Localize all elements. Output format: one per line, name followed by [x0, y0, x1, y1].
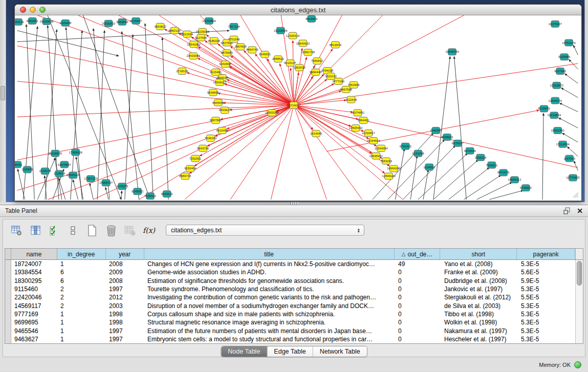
network-edge[interactable] [17, 31, 119, 56]
network-node[interactable]: 2588520 [272, 56, 285, 62]
cell-name[interactable]: 19384554 [11, 269, 57, 276]
close-panel-icon[interactable]: ✕ [577, 207, 583, 214]
network-node[interactable]: 7751546 [228, 36, 240, 42]
network-edge[interactable] [569, 59, 578, 69]
table-row[interactable]: 1830029562008Estimation of significance … [5, 277, 583, 285]
cell-out_degree[interactable]: 0 [395, 294, 441, 301]
cell-title[interactable]: Structural magnetic resonance image aver… [144, 319, 395, 326]
citation-edge[interactable] [37, 15, 294, 105]
cell-out_degree[interactable]: 0 [395, 319, 441, 326]
cell-out_degree[interactable]: 49 [395, 260, 441, 268]
cell-in_degree[interactable]: 6 [57, 277, 106, 285]
network-node[interactable]: 8415407 [130, 17, 142, 24]
network-edge[interactable] [574, 161, 578, 171]
network-edge[interactable] [476, 182, 512, 200]
network-edge[interactable] [561, 88, 578, 98]
cell-short[interactable]: de Silva et al. (2003) [441, 302, 518, 310]
network-node[interactable]: 2718126 [176, 68, 188, 75]
network-node[interactable]: 15692391 [551, 127, 565, 134]
cell-short[interactable]: Franke et al. (2009) [441, 269, 518, 276]
table-row[interactable]: 2242004622012Investigating the contribut… [5, 293, 583, 301]
network-node[interactable]: 8938923 [441, 134, 453, 141]
network-node[interactable]: 9329966 [558, 54, 571, 60]
network-edge[interactable] [565, 74, 578, 83]
network-node[interactable]: 14695472 [369, 152, 383, 159]
network-node[interactable]: 12093872 [550, 82, 563, 89]
column-header-pagerank[interactable]: pagerank [517, 249, 575, 259]
cell-in_degree[interactable]: 2 [57, 286, 106, 293]
network-node[interactable]: 19218506 [274, 27, 288, 34]
cell-year[interactable]: 1997 [106, 327, 144, 335]
network-node[interactable]: 10770405 [566, 174, 580, 181]
network-edge[interactable] [93, 29, 110, 200]
scrollbar-thumb[interactable] [577, 261, 582, 286]
network-node[interactable]: 2053131 [15, 18, 25, 25]
network-node[interactable]: 12444154 [549, 97, 562, 104]
window-resize-grip[interactable] [572, 191, 579, 198]
cell-name[interactable]: 14569117 [11, 302, 57, 310]
network-edge[interactable] [90, 183, 93, 200]
create-column-button[interactable] [86, 224, 98, 236]
cell-year[interactable]: 1998 [106, 319, 144, 326]
network-node[interactable]: 9131058 [412, 150, 424, 157]
tab-node-table[interactable]: Node Table [221, 346, 267, 357]
network-node[interactable]: 9643210 [161, 191, 173, 198]
network-edge[interactable] [559, 118, 578, 128]
cell-year[interactable]: 2008 [106, 277, 144, 285]
network-edge[interactable] [489, 190, 523, 200]
cell-title[interactable]: Embryonic stem cells: a model to study s… [144, 336, 395, 343]
cell-pagerank[interactable]: 5.3E-5 [518, 311, 576, 318]
network-node[interactable]: 16648784 [445, 49, 459, 55]
network-edge[interactable] [560, 103, 578, 112]
cell-in_degree[interactable]: 2 [57, 302, 106, 310]
network-node[interactable]: 16543382 [187, 41, 200, 48]
function-builder-button[interactable]: f(x) [143, 224, 155, 236]
minimize-window-button[interactable] [30, 7, 36, 13]
citation-edge[interactable] [271, 105, 294, 200]
cell-out_degree[interactable]: 0 [395, 277, 441, 285]
cell-out_degree[interactable]: 0 [395, 327, 441, 335]
cell-out_degree[interactable]: 0 [395, 302, 441, 310]
cell-short[interactable]: Stergiakouli et al. (2012) [441, 294, 518, 301]
cell-year[interactable]: 2012 [106, 294, 144, 301]
close-window-button[interactable] [20, 7, 26, 13]
zoom-window-button[interactable] [39, 7, 46, 13]
cell-pagerank[interactable]: 5.3E-5 [518, 327, 576, 335]
network-edge[interactable] [423, 169, 428, 200]
table-selector-dropdown[interactable]: citations_edges.txt ▲▼ [166, 225, 364, 236]
cell-year[interactable]: 2003 [106, 302, 144, 310]
cell-year[interactable]: 1997 [106, 286, 144, 293]
citation-edge[interactable] [230, 105, 294, 200]
network-node[interactable]: 8471676 [497, 169, 510, 176]
column-header-year[interactable]: year [106, 249, 144, 259]
network-edge[interactable] [162, 38, 168, 200]
network-edge[interactable] [18, 169, 25, 200]
network-node[interactable]: 1362615 [293, 64, 306, 71]
network-edge[interactable] [122, 32, 139, 200]
network-node[interactable]: 7583093 [380, 158, 393, 164]
network-node[interactable]: 8813974 [330, 41, 342, 48]
network-node[interactable]: 16074891 [351, 110, 365, 116]
network-node[interactable]: 26160508 [40, 18, 54, 25]
cell-out_degree[interactable]: 0 [395, 269, 441, 276]
panel-collapse-handle[interactable] [1, 86, 5, 100]
network-node[interactable]: 10975887 [58, 161, 71, 168]
network-node[interactable]: 9127505 [195, 34, 207, 41]
network-edge[interactable] [433, 160, 478, 200]
delete-table-button[interactable] [124, 224, 136, 236]
network-edge[interactable] [125, 35, 133, 200]
network-node[interactable]: 8589715 [179, 173, 191, 180]
table-row[interactable]: 1872400712008Changes of HCN gene express… [5, 260, 583, 268]
network-node[interactable]: 16210643 [548, 112, 561, 119]
network-edge[interactable] [26, 25, 34, 200]
cell-pagerank[interactable]: 5.3E-5 [518, 319, 576, 326]
cell-name[interactable]: 9777169 [11, 311, 57, 318]
network-edge[interactable] [76, 157, 83, 200]
network-node[interactable]: 12325419 [286, 32, 300, 39]
cell-short[interactable]: Dudbridge et al. (2008) [441, 277, 518, 285]
cell-in_degree[interactable]: 6 [57, 269, 106, 276]
network-node[interactable]: 1640954 [430, 127, 442, 134]
cell-short[interactable]: Wolkin et al. (1998) [441, 319, 518, 326]
network-node[interactable]: 7632621 [486, 162, 498, 168]
network-node[interactable]: 8454749 [246, 47, 258, 53]
